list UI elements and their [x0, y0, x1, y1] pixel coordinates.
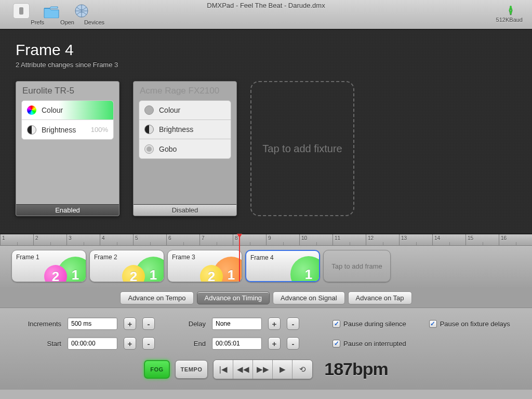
checkbox-icon: ✓ — [332, 320, 340, 328]
fixture-card-eurolite[interactable]: Eurolite TR-5 Colour Brightness 100% Ena… — [16, 81, 119, 216]
ruler-tick: 11 — [335, 235, 340, 241]
checkbox-icon: ✓ — [332, 340, 340, 348]
ruler-tick: 13 — [401, 235, 407, 241]
add-fixture-button[interactable]: Tap to add fixture — [250, 81, 354, 216]
window-title: DMXPad - Feel The Beat - Darude.dmx — [0, 2, 532, 9]
ruler-tick: 14 — [434, 235, 440, 241]
ruler-tick: 3 — [69, 235, 72, 241]
increments-label: Increments — [16, 320, 61, 328]
start-plus-button[interactable]: + — [124, 337, 136, 350]
pause-interrupted-checkbox[interactable]: ✓ Pause on interrupted — [332, 340, 406, 348]
playback-controls: |◀ ◀◀ ▶▶ ▶ ⟲ — [213, 360, 313, 379]
attr-label: Colour — [159, 106, 180, 114]
add-fixture-label: Tap to add fixture — [262, 143, 342, 155]
attr-row-colour[interactable]: Colour — [22, 101, 113, 120]
badge-1-icon: 1 — [290, 256, 320, 282]
frame-title: Frame 4 — [16, 41, 516, 59]
transport-bar: FOG TEMPO |◀ ◀◀ ▶▶ ▶ ⟲ 187bpm — [16, 359, 516, 379]
attr-label: Colour — [42, 106, 63, 114]
frame-label: Frame 4 — [250, 254, 274, 261]
devices-label: Devices — [59, 19, 104, 25]
playhead[interactable] — [239, 234, 240, 282]
fixture-name: Eurolite TR-5 — [16, 82, 119, 100]
ruler-tick: 9 — [268, 235, 271, 241]
brightness-icon — [27, 125, 36, 135]
fixture-name: Acme Rage FX2100 — [134, 82, 236, 100]
delay-field[interactable]: None — [212, 317, 262, 330]
increments-field[interactable]: 500 ms — [68, 317, 117, 330]
tab-tempo[interactable]: Advance on Tempo — [120, 291, 193, 304]
baud-indicator: ⟨⟨⟩⟩ 512KBaud — [496, 4, 523, 23]
fixture-status[interactable]: Enabled — [16, 204, 119, 216]
skip-start-button[interactable]: |◀ — [214, 360, 233, 379]
frames-strip: Frame 1 1 2 Frame 2 1 2 Frame 3 1 2 Fram… — [0, 246, 532, 287]
gobo-icon — [144, 144, 154, 154]
start-field[interactable]: 00:00:00 — [68, 337, 117, 350]
attr-row-brightness[interactable]: Brightness 100% — [22, 120, 113, 139]
toolbar: DMXPad - Feel The Beat - Darude.dmx Pref… — [0, 0, 532, 29]
frame-editor: Frame 4 2 Attribute changes since Frame … — [0, 29, 532, 234]
fixture-status[interactable]: Disabled — [134, 204, 236, 216]
ruler-tick: 5 — [135, 235, 138, 241]
attr-label: Brightness — [42, 126, 76, 134]
play-button[interactable]: ▶ — [273, 360, 292, 379]
fast-forward-button[interactable]: ▶▶ — [253, 360, 273, 379]
rewind-button[interactable]: ◀◀ — [233, 360, 253, 379]
tab-timing[interactable]: Advance on Timing — [197, 291, 270, 304]
controls-panel: Increments 500 ms + - Delay None + - ✓ P… — [0, 308, 532, 390]
tab-tap[interactable]: Advance on Tap — [348, 291, 412, 304]
baud-label: 512KBaud — [496, 17, 523, 23]
start-label: Start — [16, 340, 61, 348]
increments-plus-button[interactable]: + — [124, 317, 136, 330]
ruler-tick: 10 — [301, 235, 307, 241]
add-frame-label: Tap to add frame — [331, 262, 382, 270]
ruler-tick: 16 — [501, 235, 507, 241]
tab-signal[interactable]: Advance on Signal — [273, 291, 344, 304]
ruler-tick: 12 — [368, 235, 374, 241]
checkbox-icon: ✓ — [429, 320, 437, 328]
bpm-readout: 187bpm — [324, 359, 388, 379]
ruler-tick: 1 — [2, 235, 5, 241]
frame-thumb-1[interactable]: Frame 1 1 2 — [11, 250, 86, 282]
advance-tabs: Advance on Tempo Advance on Timing Advan… — [0, 287, 532, 308]
attr-label: Brightness — [159, 125, 193, 134]
attr-row-colour[interactable]: Colour — [139, 101, 231, 120]
attr-row-gobo[interactable]: Gobo — [139, 139, 231, 158]
delay-minus-button[interactable]: - — [287, 317, 299, 330]
end-field[interactable]: 00:05:01 — [212, 337, 262, 350]
attr-value: 100% — [91, 126, 108, 134]
fixture-card-acme[interactable]: Acme Rage FX2100 Colour Brightness Gobo … — [133, 81, 237, 216]
prefs-icon — [13, 3, 30, 19]
pause-fixture-checkbox[interactable]: ✓ Pause on fixture delays — [429, 320, 510, 328]
frame-thumb-3[interactable]: Frame 3 1 2 — [167, 250, 242, 282]
attr-row-brightness[interactable]: Brightness — [139, 120, 231, 139]
frame-thumb-4[interactable]: Frame 4 1 — [245, 250, 320, 282]
timeline: 1 2 3 4 5 6 7 8 9 10 11 12 13 14 15 16 F… — [0, 234, 532, 287]
frame-label: Frame 1 — [16, 254, 39, 261]
colour-wheel-icon — [27, 105, 36, 115]
frame-label: Frame 2 — [94, 254, 117, 261]
brightness-icon — [144, 125, 154, 134]
start-minus-button[interactable]: - — [142, 337, 155, 350]
frame-subtitle: 2 Attribute changes since Frame 3 — [16, 61, 516, 69]
end-plus-button[interactable]: + — [268, 337, 281, 350]
tempo-button[interactable]: TEMPO — [175, 360, 208, 379]
attr-label: Gobo — [159, 145, 177, 153]
end-minus-button[interactable]: - — [287, 337, 299, 350]
ruler-tick: 7 — [202, 235, 205, 241]
ruler[interactable]: 1 2 3 4 5 6 7 8 9 10 11 12 13 14 15 16 — [0, 234, 532, 246]
ruler-tick: 15 — [468, 235, 473, 241]
ruler-tick: 2 — [35, 235, 38, 241]
loop-button[interactable]: ⟲ — [292, 360, 312, 379]
add-frame-button[interactable]: Tap to add frame — [323, 250, 391, 282]
ruler-tick: 4 — [102, 235, 105, 241]
pause-silence-checkbox[interactable]: ✓ Pause during silence — [332, 320, 406, 328]
fog-button[interactable]: FOG — [144, 360, 169, 379]
delay-plus-button[interactable]: + — [268, 317, 281, 330]
frame-thumb-2[interactable]: Frame 2 1 2 — [89, 250, 164, 282]
end-label: End — [180, 340, 206, 348]
increments-minus-button[interactable]: - — [142, 317, 155, 330]
frame-label: Frame 3 — [172, 254, 195, 261]
delay-label: Delay — [180, 320, 206, 328]
colour-icon — [144, 105, 154, 115]
